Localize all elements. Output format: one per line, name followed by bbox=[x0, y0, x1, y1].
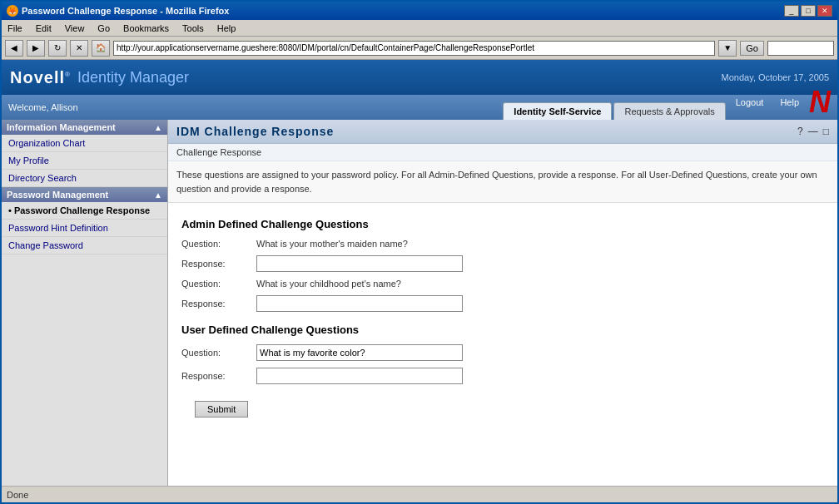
firefox-icon: 🦊 bbox=[7, 5, 18, 17]
admin-response-2-row: Response: bbox=[181, 295, 824, 312]
logout-link[interactable]: Logout bbox=[729, 94, 771, 111]
novell-text: Novell® bbox=[10, 68, 71, 87]
maximize-panel-icon[interactable]: □ bbox=[823, 126, 829, 137]
description-text: These questions are assigned to your pas… bbox=[168, 161, 837, 203]
registered-mark: ® bbox=[65, 71, 71, 78]
status-bar: Done bbox=[2, 486, 837, 502]
admin-q2-label: Question: bbox=[181, 279, 256, 289]
content-panel: IDM Challenge Response ? — □ Challenge R… bbox=[168, 120, 837, 486]
submit-area: Submit bbox=[181, 391, 824, 427]
minimize-panel-icon[interactable]: — bbox=[808, 126, 818, 137]
tab-requests-approvals[interactable]: Requests & Approvals bbox=[613, 102, 725, 120]
maximize-button[interactable]: □ bbox=[801, 5, 816, 17]
admin-q1-label: Question: bbox=[181, 239, 256, 249]
sidebar-item-directory-search[interactable]: Directory Search bbox=[2, 170, 167, 187]
reload-button[interactable]: ↻ bbox=[48, 40, 67, 57]
admin-question-1-row: Question: What is your mother's maiden n… bbox=[181, 239, 824, 249]
admin-response-1-input[interactable] bbox=[256, 255, 463, 272]
title-bar: 🦊 Password Challenge Response - Mozilla … bbox=[2, 2, 837, 20]
window-title: Password Challenge Response - Mozilla Fi… bbox=[22, 6, 229, 16]
sidebar-item-change-password[interactable]: Change Password bbox=[2, 237, 167, 254]
user-r1-label: Response: bbox=[181, 371, 256, 381]
sidebar-item-pwd-challenge[interactable]: • Password Challenge Response bbox=[2, 202, 167, 220]
menu-help[interactable]: Help bbox=[215, 22, 239, 34]
menu-file[interactable]: File bbox=[5, 22, 25, 34]
admin-response-1-row: Response: bbox=[181, 255, 824, 272]
section-pwd-mgmt-label: Password Management bbox=[7, 190, 108, 200]
menu-bar: File Edit View Go Bookmarks Tools Help bbox=[2, 20, 837, 37]
n-logo: N bbox=[809, 85, 831, 120]
address-bar: ◀ ▶ ↻ ✕ 🏠 ▼ Go bbox=[2, 37, 837, 60]
tab-identity-self-service[interactable]: Identity Self-Service bbox=[503, 102, 612, 120]
help-icon[interactable]: ? bbox=[797, 126, 803, 137]
app-area: Novell® Identity Manager Monday, October… bbox=[2, 60, 837, 486]
sidebar-section-information-management[interactable]: Information Management ▲ bbox=[2, 120, 167, 135]
admin-r2-label: Response: bbox=[181, 299, 256, 309]
novell-logo: Novell® Identity Manager bbox=[10, 68, 189, 87]
user-response-1-input[interactable] bbox=[256, 368, 463, 384]
sidebar-section-password-management[interactable]: Password Management ▲ bbox=[2, 187, 167, 202]
sidebar-item-pwd-hint[interactable]: Password Hint Definition bbox=[2, 220, 167, 237]
menu-bookmarks[interactable]: Bookmarks bbox=[121, 22, 171, 34]
breadcrumb-text: Challenge Response bbox=[176, 147, 261, 157]
menu-view[interactable]: View bbox=[62, 22, 87, 34]
sidebar-item-my-profile[interactable]: My Profile bbox=[2, 152, 167, 170]
admin-response-2-input[interactable] bbox=[256, 295, 463, 312]
section-info-mgmt-label: Information Management bbox=[7, 122, 116, 132]
help-link[interactable]: Help bbox=[773, 94, 806, 111]
status-text: Done bbox=[7, 490, 28, 500]
user-question-1-input[interactable] bbox=[256, 344, 463, 361]
description-content: These questions are assigned to your pas… bbox=[176, 170, 817, 194]
content-header: IDM Challenge Response ? — □ bbox=[168, 120, 837, 144]
window-controls: _ □ ✕ bbox=[784, 5, 832, 17]
breadcrumb: Challenge Response bbox=[168, 144, 837, 161]
address-input[interactable] bbox=[113, 41, 715, 56]
stop-button[interactable]: ✕ bbox=[70, 40, 88, 57]
form-area: Admin Defined Challenge Questions Questi… bbox=[168, 203, 837, 437]
menu-go[interactable]: Go bbox=[95, 22, 112, 34]
tabs-container: Identity Self-Service Requests & Approva… bbox=[503, 102, 725, 120]
browser-window: 🦊 Password Challenge Response - Mozilla … bbox=[0, 0, 839, 504]
search-input[interactable] bbox=[767, 41, 834, 56]
welcome-text: Welcome, Allison bbox=[8, 102, 78, 112]
go-dropdown[interactable]: ▼ bbox=[718, 40, 737, 57]
back-button[interactable]: ◀ bbox=[5, 40, 23, 57]
product-name: Identity Manager bbox=[77, 69, 189, 86]
submit-button[interactable]: Submit bbox=[195, 401, 248, 418]
admin-q1-value: What is your mother's maiden name? bbox=[256, 239, 408, 249]
admin-section-title: Admin Defined Challenge Questions bbox=[181, 218, 824, 230]
sidebar-item-org-chart[interactable]: Organization Chart bbox=[2, 135, 167, 152]
forward-button[interactable]: ▶ bbox=[27, 40, 45, 57]
header-date: Monday, October 17, 2005 bbox=[722, 72, 829, 82]
user-response-1-row: Response: bbox=[181, 368, 824, 384]
close-button[interactable]: ✕ bbox=[817, 5, 832, 17]
user-section-title: User Defined Challenge Questions bbox=[181, 324, 824, 336]
info-mgmt-arrow: ▲ bbox=[154, 123, 162, 132]
home-button[interactable]: 🏠 bbox=[92, 40, 110, 57]
admin-q2-value: What is your childhood pet's name? bbox=[256, 279, 401, 289]
user-q1-label: Question: bbox=[181, 348, 256, 358]
admin-question-2-row: Question: What is your childhood pet's n… bbox=[181, 279, 824, 289]
minimize-button[interactable]: _ bbox=[784, 5, 799, 17]
content-title: IDM Challenge Response bbox=[176, 125, 334, 138]
title-bar-left: 🦊 Password Challenge Response - Mozilla … bbox=[7, 5, 229, 17]
menu-tools[interactable]: Tools bbox=[180, 22, 206, 34]
menu-edit[interactable]: Edit bbox=[33, 22, 54, 34]
admin-r1-label: Response: bbox=[181, 259, 256, 269]
content-header-icons: ? — □ bbox=[797, 126, 829, 137]
user-question-1-row: Question: bbox=[181, 344, 824, 361]
sidebar: Information Management ▲ Organization Ch… bbox=[2, 120, 168, 486]
go-button[interactable]: Go bbox=[740, 41, 764, 56]
nav-tabs-bar: Welcome, Allison Identity Self-Service R… bbox=[2, 95, 837, 120]
pwd-mgmt-arrow: ▲ bbox=[154, 190, 162, 200]
main-area: Information Management ▲ Organization Ch… bbox=[2, 120, 837, 486]
